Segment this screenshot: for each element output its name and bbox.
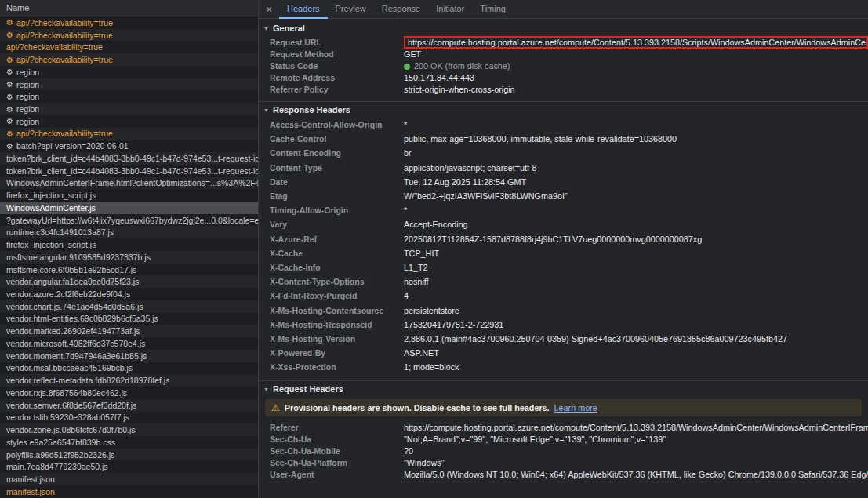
request-list-item[interactable]: ⚙api/?checkavailability=true (0, 29, 258, 42)
tab-response[interactable]: Response (374, 0, 429, 19)
request-list-item[interactable]: ⚙region (0, 115, 258, 128)
provisional-headers-banner: ⚠Provisional headers are shown. Disable … (265, 399, 862, 416)
request-list-item[interactable]: vendor.azure.2cf2f6eb22de9f04.js (0, 288, 258, 300)
header-key: Referrer Policy (270, 85, 404, 94)
request-list-panel: Name ⚙api/?checkavailability=true⚙api/?c… (0, 0, 259, 498)
header-key: X-Azure-Ref (270, 234, 404, 244)
request-list-item[interactable]: WindowsAdminCenter.js (0, 202, 258, 214)
request-list-item[interactable]: firefox_injection_script.js (0, 238, 258, 251)
gear-icon: ⚙ (6, 80, 13, 89)
header-row: DateTue, 12 Aug 2025 11:28:54 GMT (259, 175, 868, 189)
name-column-header[interactable]: Name (0, 0, 258, 16)
header-row: X-Ms-Hosting-Contentsourcepersistentstor… (259, 303, 868, 317)
request-list-item[interactable]: runtime.c3c4fc1491013a87.js (0, 226, 258, 238)
request-list-item[interactable]: ⚙region (0, 90, 258, 103)
request-list-item[interactable]: token?brk_client_id=c44b4083-3bb0-49c1-b… (0, 165, 258, 177)
tab-headers[interactable]: Headers (279, 0, 328, 19)
request-list-item[interactable]: ⚙region (0, 66, 258, 78)
request-name: api/?checkavailability=true (16, 18, 113, 27)
close-icon[interactable]: × (259, 3, 279, 16)
section-general-header[interactable]: ▼General (259, 20, 868, 36)
tab-initiator[interactable]: Initiator (428, 0, 472, 19)
request-list-item[interactable]: vendor.microsoft.4082ff6d37c570e4.js (0, 337, 258, 350)
request-list-item[interactable]: ⚙region (0, 78, 258, 91)
section-request-headers-header[interactable]: ▼Request Headers (259, 381, 868, 397)
request-name: vendor.azure.2cf2f6eb22de9f04.js (6, 289, 130, 299)
request-list-item[interactable]: main.7ea8d4779239ae50.js (0, 460, 258, 473)
header-value: W/"bed2-+jqzIA3WFlSvIF3bt8LWNGma9oI" (404, 191, 868, 201)
request-name: firefox_injection_script.js (6, 191, 96, 200)
request-list-item[interactable]: manifest.json (0, 473, 258, 485)
request-list-item[interactable]: WindowsAdminCenterIFrame.html?clientOpti… (0, 177, 258, 190)
request-name: region (16, 104, 39, 114)
header-key: Date (270, 177, 404, 187)
section-title: Response Headers (273, 105, 350, 115)
request-name: vendor.html-entities.69c0b829b6cf5a35.js (6, 314, 158, 323)
header-key: X-Content-Type-Options (270, 277, 404, 286)
request-list-item[interactable]: polyfills.a96d512f952b2326.js (0, 449, 258, 461)
header-row: Content-Encodingbr (259, 146, 868, 160)
header-row: X-Fd-Int-Roxy-Purgeid4 (259, 289, 868, 303)
request-list-item[interactable]: vendor.angular.fa1eea9ac0d75f23.js (0, 275, 258, 288)
header-key: Content-Type (270, 163, 404, 173)
header-row: Status Code200 OK (from disk cache) (259, 60, 868, 71)
request-name: region (16, 117, 39, 126)
request-list-item[interactable]: ⚙batch?api-version=2020-06-01 (0, 140, 258, 152)
request-list-item[interactable]: ⚙api/?checkavailability=true (0, 53, 258, 66)
request-list-item[interactable]: firefox_injection_script.js (0, 189, 258, 202)
request-list-item[interactable]: vendor.moment.7d947946a3e61b85.js (0, 350, 258, 362)
request-list-item[interactable]: ⚙api/?checkavailability=true (0, 16, 258, 29)
header-row: Sec-Ch-Ua"Not;A=Brand";v="99", "Microsof… (259, 433, 868, 445)
request-list-item[interactable]: ?gatewayUrl=https://w6t4lix7yqeuswxi667b… (0, 214, 258, 227)
request-name: vendor.rxjs.8f687564b80ec462.js (6, 388, 127, 398)
collapse-triangle-icon: ▼ (263, 107, 269, 113)
request-name: firefox_injection_script.js (6, 240, 96, 249)
request-name: region (16, 92, 39, 101)
header-value: * (404, 120, 868, 129)
request-list-item[interactable]: vendor.chart.js.74e1ac4d54d0d5a6.js (0, 300, 258, 313)
request-name: WindowsAdminCenterIFrame.html?clientOpti… (6, 178, 258, 187)
header-row: Request MethodGET (259, 48, 868, 60)
request-list-item[interactable]: msftsme.core.6f0b5b1e92b5cd17.js (0, 264, 258, 276)
request-list-item[interactable]: ⚙api/?checkavailability=true (0, 128, 258, 140)
request-name: api/?checkavailability=true (16, 31, 113, 40)
request-list-item[interactable]: vendor.tslib.59230e328ab057f7.js (0, 412, 258, 424)
header-value: ?0 (404, 446, 868, 456)
header-value: ASP.NET (404, 348, 868, 358)
request-list-item[interactable]: ⚙region (0, 103, 258, 115)
request-list-item[interactable]: manifest.json (0, 485, 258, 498)
request-list-item[interactable]: vendor.html-entities.69c0b829b6cf5a35.js (0, 313, 258, 325)
request-list-item[interactable]: vendor.reflect-metadata.fdb8262d18978fef… (0, 374, 258, 387)
header-row: X-Cache-InfoL1_T2 (259, 260, 868, 274)
request-list-item[interactable]: msftsme.angular.9109585d9237337b.js (0, 251, 258, 264)
header-value: Accept-Encoding (404, 220, 868, 229)
tab-timing[interactable]: Timing (472, 0, 514, 19)
header-value: Tue, 12 Aug 2025 11:28:54 GMT (404, 177, 868, 187)
request-list-item[interactable]: api/?checkavailability=true (0, 41, 258, 53)
learn-more-link[interactable]: Learn more (554, 403, 597, 413)
header-value: L1_T2 (404, 263, 868, 272)
request-list-item[interactable]: styles.e9a25a6547bf839b.css (0, 436, 258, 449)
section-general: ▼GeneralRequest URLhttps://compute.hosti… (259, 20, 868, 101)
request-list-item[interactable]: token?brk_client_id=c44b4083-3bb0-49c1-b… (0, 152, 258, 165)
header-row: X-CacheTCP_HIT (259, 246, 868, 260)
request-list-item[interactable]: vendor.marked.26902ef4194773af.js (0, 325, 258, 337)
request-name: batch?api-version=2020-06-01 (16, 141, 129, 151)
tab-preview[interactable]: Preview (328, 0, 374, 19)
header-key: Status Code (270, 61, 404, 71)
gear-icon: ⚙ (6, 129, 13, 138)
header-row: X-Powered-ByASP.NET (259, 346, 868, 360)
request-name: manifest.json (6, 474, 55, 484)
request-name: msftsme.core.6f0b5b1e92b5cd17.js (6, 265, 136, 274)
request-list-item[interactable]: vendor.zone.js.08b6fcfc67d0f7b0.js (0, 423, 258, 436)
request-list-item[interactable]: vendor.msal.bbccaeac45169bcb.js (0, 362, 258, 375)
request-list-item[interactable]: vendor.rxjs.8f687564b80ec462.js (0, 387, 258, 399)
header-key: Sec-Ch-Ua (270, 434, 404, 444)
header-row: X-Content-Type-Optionsnosniff (259, 274, 868, 289)
request-name: vendor.moment.7d947946a3e61b85.js (6, 351, 147, 361)
header-value: 1753204179751-2-722931 (404, 320, 868, 329)
header-value-highlighted: https://compute.hosting.portal.azure.net… (404, 36, 868, 49)
header-row: User-AgentMozilla/5.0 (Windows NT 10.0; … (259, 468, 868, 480)
request-list-item[interactable]: vendor.semver.6f8de567ef3dd20f.js (0, 399, 258, 412)
section-response-headers-header[interactable]: ▼Response Headers (259, 102, 868, 118)
